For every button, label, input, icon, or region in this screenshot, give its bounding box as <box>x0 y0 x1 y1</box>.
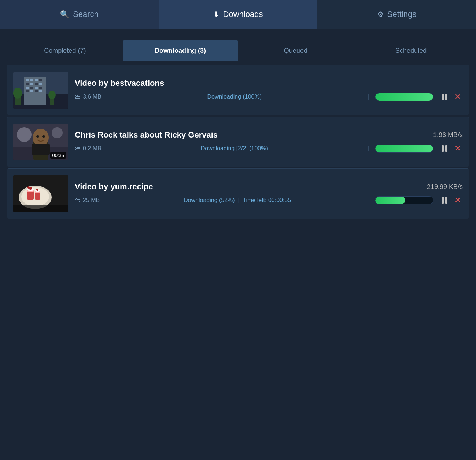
item-title-2: Chris Rock talks about Ricky Gervais <box>75 130 218 140</box>
item-info-2: Chris Rock talks about Ricky Gervais 1.9… <box>75 130 463 154</box>
duration-2: 00:35 <box>50 152 66 159</box>
title-row-1: Video by bestvacations <box>75 79 463 88</box>
cancel-icon-3: ✕ <box>454 196 461 205</box>
cancel-icon-1: ✕ <box>454 92 461 102</box>
item-title-3: Video by yum.recipe <box>75 182 153 191</box>
item-title-1: Video by bestvacations <box>75 79 164 88</box>
sub-tab-bar: Completed (7) Downloading (3) Queued Sch… <box>7 40 469 61</box>
file-size-2: 🗁 0.2 MB <box>75 145 102 152</box>
svg-rect-13 <box>35 87 38 89</box>
svg-rect-29 <box>32 144 50 155</box>
controls-3: ✕ <box>439 195 463 205</box>
nav-downloads-label: Downloads <box>223 10 263 19</box>
controls-2: ✕ <box>439 143 463 154</box>
download-item-1: Video by bestvacations 🗁 3.6 MB Download… <box>7 65 469 115</box>
svg-rect-5 <box>35 79 38 81</box>
svg-rect-10 <box>39 83 42 85</box>
folder-icon-2: 🗁 <box>75 145 81 152</box>
controls-1: ✕ <box>439 92 463 102</box>
download-item-3: Video by yum.recipe 219.99 KB/s 🗁 25 MB … <box>7 168 469 219</box>
title-row-3: Video by yum.recipe 219.99 KB/s <box>75 182 463 191</box>
status-text-3: Downloading (52%) | Time left: 00:00:55 <box>106 197 369 204</box>
pause-icon-1 <box>442 94 447 100</box>
svg-rect-12 <box>30 87 33 89</box>
status-text-1: Downloading (100%) <box>107 94 362 100</box>
svg-point-43 <box>36 189 38 191</box>
cancel-button-1[interactable]: ✕ <box>453 92 463 102</box>
progress-bar-2 <box>375 145 433 153</box>
top-navigation: 🔍 Search ⬇ Downloads ⚙ Settings <box>0 0 476 29</box>
folder-icon-3: 🗁 <box>75 197 81 204</box>
nav-tab-settings[interactable]: ⚙ Settings <box>317 0 476 29</box>
svg-rect-44 <box>13 205 68 212</box>
svg-rect-18 <box>39 90 42 92</box>
svg-rect-16 <box>30 90 33 92</box>
svg-rect-6 <box>39 79 42 81</box>
pause-icon-3 <box>442 197 447 204</box>
svg-point-42 <box>27 186 30 189</box>
svg-point-20 <box>13 88 22 99</box>
item-speed-2: 1.96 MB/s <box>433 131 463 139</box>
thumbnail-3 <box>13 175 68 212</box>
svg-rect-9 <box>35 83 38 85</box>
pause-button-2[interactable] <box>439 143 450 154</box>
svg-point-30 <box>36 135 39 138</box>
cancel-icon-2: ✕ <box>454 144 461 153</box>
nav-tab-search[interactable]: 🔍 Search <box>0 0 159 29</box>
details-row-3: 🗁 25 MB Downloading (52%) | Time left: 0… <box>75 195 463 205</box>
tab-scheduled[interactable]: Scheduled <box>353 40 469 61</box>
tab-completed[interactable]: Completed (7) <box>7 40 123 61</box>
item-info-3: Video by yum.recipe 219.99 KB/s 🗁 25 MB … <box>75 182 463 205</box>
item-info-1: Video by bestvacations 🗁 3.6 MB Download… <box>75 79 463 102</box>
thumbnail-1 <box>13 72 68 109</box>
svg-rect-14 <box>39 87 42 89</box>
nav-tab-downloads[interactable]: ⬇ Downloads <box>159 0 317 29</box>
separator-2: | <box>368 145 369 152</box>
svg-point-31 <box>42 135 45 138</box>
status-text-2: Downloading [2/2] (100%) <box>107 145 362 152</box>
pause-icon-2 <box>442 145 447 152</box>
progress-fill-2 <box>375 145 433 152</box>
title-row-2: Chris Rock talks about Ricky Gervais 1.9… <box>75 130 463 140</box>
pause-button-3[interactable] <box>439 195 450 205</box>
downloads-list: Video by bestvacations 🗁 3.6 MB Download… <box>7 65 469 219</box>
progress-fill-3 <box>375 197 405 204</box>
svg-rect-7 <box>26 83 29 85</box>
settings-icon: ⚙ <box>377 10 384 19</box>
svg-point-25 <box>17 127 32 142</box>
separator-1: | <box>368 94 369 100</box>
cancel-button-2[interactable]: ✕ <box>453 143 463 154</box>
file-size-3: 🗁 25 MB <box>75 197 100 204</box>
thumbnail-2: 00:35 <box>13 124 68 160</box>
svg-point-26 <box>52 127 63 138</box>
details-row-2: 🗁 0.2 MB Downloading [2/2] (100%) | <box>75 143 463 154</box>
details-row-1: 🗁 3.6 MB Downloading (100%) | <box>75 92 463 102</box>
svg-rect-11 <box>26 87 29 89</box>
svg-rect-15 <box>26 90 29 92</box>
progress-bar-3 <box>375 196 433 204</box>
search-icon: 🔍 <box>60 10 69 19</box>
svg-rect-17 <box>35 90 38 92</box>
svg-rect-3 <box>26 79 29 81</box>
download-item-2: 00:35 Chris Rock talks about Ricky Gerva… <box>7 117 469 167</box>
svg-rect-8 <box>30 83 33 85</box>
cancel-button-3[interactable]: ✕ <box>453 195 463 205</box>
svg-point-22 <box>48 91 56 99</box>
pause-button-1[interactable] <box>439 92 450 102</box>
item-speed-3: 219.99 KB/s <box>427 183 463 191</box>
folder-icon-1: 🗁 <box>75 94 81 100</box>
tab-queued[interactable]: Queued <box>238 40 354 61</box>
nav-search-label: Search <box>73 10 99 19</box>
download-icon: ⬇ <box>213 10 219 19</box>
progress-bar-1 <box>375 93 433 101</box>
progress-fill-1 <box>375 93 433 101</box>
svg-point-28 <box>33 129 49 146</box>
svg-rect-4 <box>30 79 33 81</box>
tab-downloading[interactable]: Downloading (3) <box>123 40 238 61</box>
file-size-1: 🗁 3.6 MB <box>75 94 102 100</box>
nav-settings-label: Settings <box>387 10 417 19</box>
